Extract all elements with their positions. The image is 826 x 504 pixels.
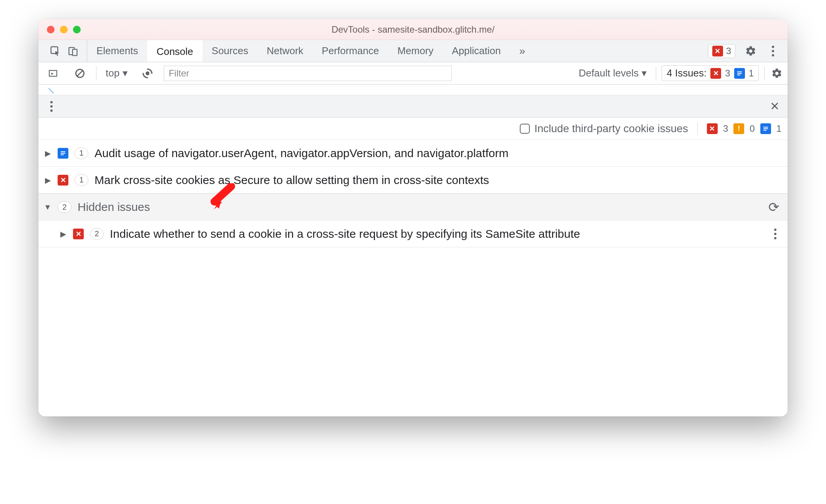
include-third-party-label: Include third-party cookie issues — [534, 123, 688, 135]
issue-count: 1 — [75, 174, 88, 186]
log-levels-selector[interactable]: Default levels ▾ — [575, 67, 650, 79]
hidden-issues-label: Hidden issues — [78, 201, 150, 214]
issue-count: 2 — [90, 228, 104, 240]
issue-count: 1 — [75, 148, 88, 159]
issue-title: Audit usage of navigator.userAgent, navi… — [95, 147, 508, 160]
svg-rect-15 — [61, 154, 64, 155]
context-label: top — [106, 67, 119, 79]
expand-icon[interactable]: ▶ — [44, 176, 51, 185]
hidden-count: 2 — [58, 201, 71, 213]
titlebar: DevTools - samesite-sandbox.glitch.me/ — [38, 19, 788, 40]
tab-console[interactable]: Console — [147, 40, 202, 62]
error-count: 3 — [723, 123, 728, 134]
info-count: 1 — [776, 123, 781, 134]
device-toolbar-icon[interactable] — [66, 44, 80, 58]
toggle-sidebar-icon[interactable] — [46, 66, 60, 80]
svg-rect-7 — [737, 73, 742, 74]
error-icon: ✕ — [712, 46, 723, 56]
issue-row[interactable]: ▶ 1 Audit usage of navigator.userAgent, … — [38, 140, 788, 167]
inspect-element-icon[interactable] — [48, 44, 62, 58]
error-count: 3 — [726, 46, 731, 56]
issues-info-count: 1 — [749, 68, 754, 79]
empty-area — [38, 247, 788, 416]
svg-rect-2 — [73, 49, 77, 55]
svg-rect-14 — [61, 151, 65, 152]
issues-toolbar: Include third-party cookie issues ✕ 3 ! … — [38, 118, 788, 140]
info-icon — [734, 68, 745, 79]
warning-icon: ! — [733, 123, 744, 134]
error-icon: ✕ — [710, 68, 721, 79]
hidden-issue-row[interactable]: ▶ ✕ 2 Indicate whether to send a cookie … — [38, 220, 788, 247]
issue-counts: ✕ 3 ! 0 1 — [707, 123, 781, 134]
issues-error-count: 3 — [725, 68, 730, 79]
checkbox-icon — [520, 124, 530, 134]
spinner-icon: ⟍ — [46, 85, 56, 96]
svg-rect-12 — [763, 130, 766, 131]
svg-line-5 — [77, 71, 83, 76]
caret-down-icon: ▾ — [123, 67, 128, 79]
collapse-icon[interactable]: ▼ — [44, 203, 51, 212]
console-prompt-row: ⟍ — [38, 85, 788, 95]
expand-icon[interactable]: ▶ — [44, 149, 51, 158]
clear-console-icon[interactable] — [73, 66, 87, 80]
reload-icon[interactable]: ⟳ — [767, 200, 781, 214]
filter-input[interactable] — [164, 66, 452, 81]
window-title: DevTools - samesite-sandbox.glitch.me/ — [38, 24, 788, 35]
svg-point-6 — [146, 71, 149, 75]
live-expression-icon[interactable] — [141, 66, 154, 80]
context-selector[interactable]: top ▾ — [102, 67, 131, 79]
warning-count: 0 — [750, 123, 755, 134]
error-icon: ✕ — [707, 123, 718, 134]
tab-memory[interactable]: Memory — [388, 40, 443, 62]
settings-gear-icon[interactable] — [744, 44, 758, 58]
tab-sources[interactable]: Sources — [202, 40, 257, 62]
caret-down-icon: ▾ — [642, 67, 647, 79]
tab-application[interactable]: Application — [443, 40, 510, 62]
info-icon — [58, 148, 68, 159]
drawer-header: ✕ — [38, 95, 788, 118]
svg-rect-11 — [763, 127, 768, 128]
issue-row[interactable]: ▶ ✕ 1 Mark cross-site cookies as Secure … — [38, 167, 788, 194]
error-icon: ✕ — [58, 175, 68, 186]
issues-summary-label: 4 Issues: — [667, 67, 707, 79]
devtools-window: DevTools - samesite-sandbox.glitch.me/ E… — [38, 19, 788, 416]
hidden-issues-header[interactable]: ▼ 2 Hidden issues ⟳ — [38, 194, 788, 220]
include-third-party-checkbox[interactable]: Include third-party cookie issues — [520, 123, 688, 135]
drawer-menu-icon[interactable] — [45, 101, 58, 112]
console-settings-gear-icon[interactable] — [770, 66, 784, 80]
expand-icon[interactable]: ▶ — [59, 229, 67, 239]
tab-network[interactable]: Network — [257, 40, 312, 62]
annotation-arrow-icon — [207, 183, 238, 214]
svg-rect-13 — [61, 153, 65, 154]
tabs-overflow-button[interactable]: » — [510, 40, 535, 62]
issue-title: Indicate whether to send a cookie in a c… — [110, 227, 580, 240]
svg-rect-8 — [737, 71, 742, 72]
svg-rect-3 — [49, 70, 57, 76]
issues-summary-button[interactable]: 4 Issues: ✕ 3 1 — [662, 65, 759, 81]
issue-title: Mark cross-site cookies as Secure to all… — [95, 174, 489, 187]
more-menu-icon[interactable] — [766, 46, 780, 56]
panel-tabstrip: Elements Console Sources Network Perform… — [38, 40, 788, 62]
error-count-badge[interactable]: ✕ 3 — [708, 44, 735, 58]
issue-menu-icon[interactable] — [768, 229, 782, 239]
svg-rect-9 — [737, 75, 740, 75]
info-icon — [760, 123, 771, 134]
error-icon: ✕ — [73, 229, 84, 239]
svg-rect-10 — [763, 128, 768, 129]
tab-elements[interactable]: Elements — [87, 40, 147, 62]
panel-tabs: Elements Console Sources Network Perform… — [87, 40, 534, 62]
log-levels-label: Default levels — [579, 67, 639, 79]
close-drawer-icon[interactable]: ✕ — [768, 99, 781, 113]
console-toolbar: top ▾ Default levels ▾ 4 Issues: ✕ 3 1 — [38, 62, 788, 85]
tab-performance[interactable]: Performance — [313, 40, 388, 62]
